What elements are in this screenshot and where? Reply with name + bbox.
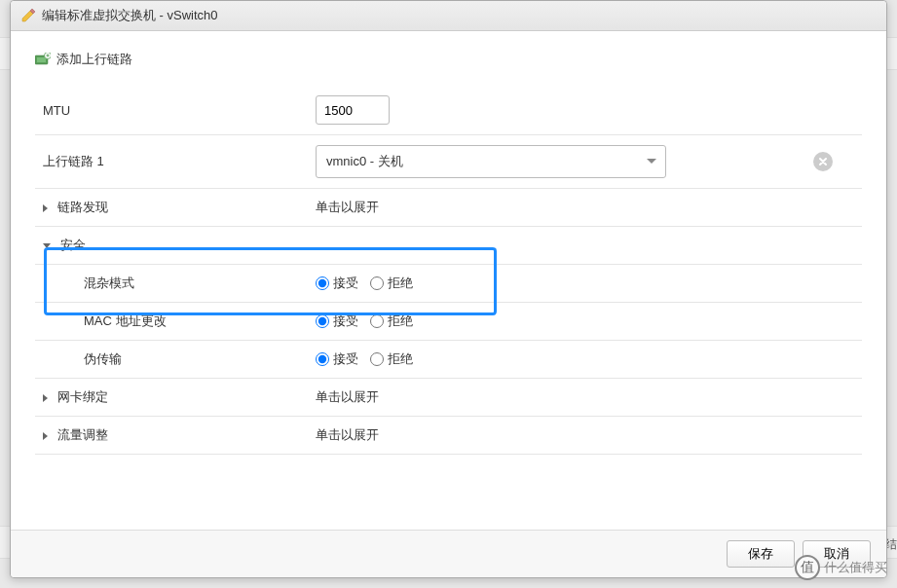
- security-header[interactable]: 安全: [35, 227, 862, 265]
- promiscuous-reject-radio[interactable]: [370, 276, 384, 290]
- promiscuous-row: 混杂模式 接受 拒绝: [35, 265, 862, 303]
- shaping-row: 流量调整 单击以展开: [35, 417, 862, 455]
- forged-row: 伪传输 接受 拒绝: [35, 341, 862, 379]
- uplink-select[interactable]: vmnic0 - 关机: [316, 145, 666, 178]
- watermark-text: 什么值得买: [824, 559, 887, 576]
- remove-uplink-button[interactable]: [813, 152, 833, 171]
- pencil-icon: [20, 8, 36, 23]
- chevron-down-icon: [647, 159, 656, 164]
- uplink-row: 上行链路 1 vmnic0 - 关机: [35, 135, 862, 189]
- forged-accept[interactable]: 接受: [316, 350, 358, 368]
- edit-vswitch-dialog: 编辑标准虚拟交换机 - vSwitch0 添加上行链路 MTU 上行链路 1 v…: [10, 0, 887, 578]
- mac-reject-radio[interactable]: [370, 314, 384, 328]
- mtu-row: MTU: [35, 86, 862, 135]
- link-discovery-row: 链路发现 单击以展开: [35, 189, 862, 227]
- promiscuous-reject[interactable]: 拒绝: [370, 275, 413, 292]
- watermark: 值 什么值得买: [795, 555, 887, 580]
- dialog-content: 添加上行链路 MTU 上行链路 1 vmnic0 - 关机: [11, 31, 886, 530]
- svg-rect-1: [37, 57, 46, 62]
- security-row: 安全: [35, 227, 862, 265]
- mac-changes-label: MAC 地址更改: [35, 303, 308, 341]
- save-button[interactable]: 保存: [727, 540, 795, 568]
- forged-reject[interactable]: 拒绝: [370, 350, 413, 368]
- shaping-label: 流量调整: [57, 427, 108, 442]
- forged-reject-radio[interactable]: [370, 352, 384, 366]
- link-discovery-label: 链路发现: [57, 200, 108, 214]
- mtu-input[interactable]: [316, 95, 390, 125]
- mac-changes-row: MAC 地址更改 接受 拒绝: [35, 303, 862, 341]
- shaping-expand-text[interactable]: 单击以展开: [308, 417, 862, 455]
- uplink-selected-value: vmnic0 - 关机: [326, 153, 403, 170]
- dialog-title: 编辑标准虚拟交换机 - vSwitch0: [42, 7, 218, 24]
- add-uplink-label: 添加上行链路: [56, 51, 132, 68]
- add-uplink-action[interactable]: 添加上行链路: [35, 51, 862, 68]
- shaping-header[interactable]: 流量调整: [35, 417, 308, 455]
- caret-right-icon: [43, 394, 48, 402]
- mac-changes-radio-group: 接受 拒绝: [316, 312, 854, 330]
- mac-accept-radio[interactable]: [316, 314, 329, 328]
- forged-radio-group: 接受 拒绝: [316, 350, 854, 368]
- settings-table: MTU 上行链路 1 vmnic0 - 关机: [35, 86, 862, 455]
- caret-right-icon: [43, 432, 48, 440]
- forged-label: 伪传输: [35, 341, 308, 379]
- close-icon: [818, 157, 828, 166]
- promiscuous-accept[interactable]: 接受: [316, 275, 358, 292]
- mac-reject[interactable]: 拒绝: [370, 312, 413, 330]
- teaming-row: 网卡绑定 单击以展开: [35, 379, 862, 417]
- dialog-footer: 保存 取消: [11, 530, 886, 577]
- teaming-expand-text[interactable]: 单击以展开: [308, 379, 862, 417]
- promiscuous-radio-group: 接受 拒绝: [316, 275, 854, 292]
- promiscuous-accept-radio[interactable]: [316, 276, 329, 290]
- teaming-label: 网卡绑定: [57, 389, 108, 404]
- nic-add-icon: [35, 53, 51, 66]
- security-label: 安全: [60, 238, 86, 252]
- dialog-titlebar: 编辑标准虚拟交换机 - vSwitch0: [11, 1, 886, 31]
- uplink-label: 上行链路 1: [35, 135, 308, 189]
- mtu-label: MTU: [35, 86, 308, 135]
- forged-accept-radio[interactable]: [316, 352, 329, 366]
- promiscuous-label: 混杂模式: [35, 265, 308, 303]
- caret-right-icon: [43, 204, 48, 212]
- teaming-header[interactable]: 网卡绑定: [35, 379, 308, 417]
- watermark-icon: 值: [795, 555, 820, 580]
- mac-accept[interactable]: 接受: [316, 312, 358, 330]
- caret-down-icon: [43, 243, 51, 248]
- link-discovery-expand-text[interactable]: 单击以展开: [308, 189, 862, 227]
- link-discovery-header[interactable]: 链路发现: [35, 189, 308, 227]
